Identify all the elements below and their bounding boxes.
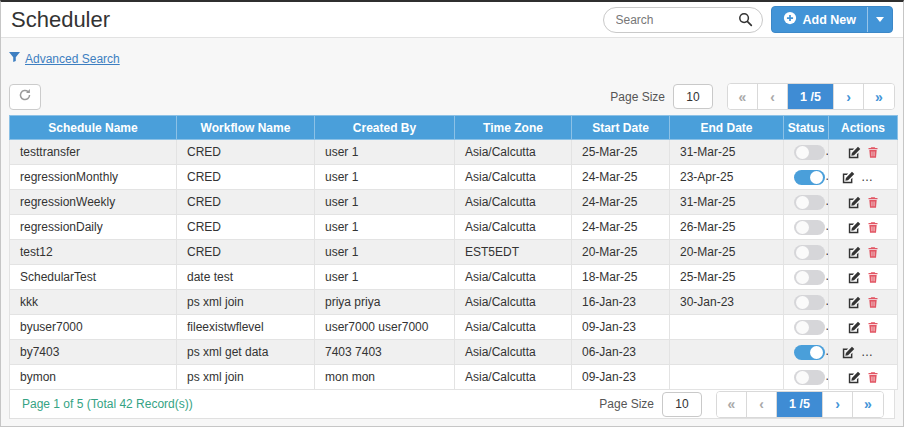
workflow-name-cell: CRED xyxy=(177,165,315,190)
edit-icon[interactable] xyxy=(848,296,861,309)
table-row[interactable]: kkk ps xml join priya priya Asia/Calcutt… xyxy=(10,290,898,315)
edit-icon[interactable] xyxy=(848,196,861,209)
status-cell xyxy=(784,365,829,390)
time-zone-cell: Asia/Calcutta xyxy=(455,340,572,365)
refresh-button[interactable] xyxy=(9,84,41,110)
status-toggle[interactable] xyxy=(794,220,825,235)
actions-cell xyxy=(829,240,898,265)
caret-down-icon xyxy=(876,17,884,22)
add-new-button[interactable]: Add New xyxy=(772,7,867,32)
status-cell xyxy=(784,240,829,265)
schedule-name-cell: byuser7000 xyxy=(10,315,177,340)
time-zone-cell: Asia/Calcutta xyxy=(455,140,572,165)
scheduler-page: Scheduler Add New Advanced Se xyxy=(0,0,904,427)
status-toggle[interactable] xyxy=(794,245,825,260)
trash-icon[interactable] xyxy=(867,196,879,209)
time-zone-cell: Asia/Calcutta xyxy=(455,265,572,290)
trash-icon[interactable] xyxy=(867,271,879,284)
last-page-button[interactable]: » xyxy=(864,84,894,109)
col-time-zone[interactable]: Time Zone xyxy=(455,116,572,140)
actions-cell xyxy=(829,190,898,215)
edit-icon[interactable] xyxy=(848,371,861,384)
status-toggle[interactable] xyxy=(794,295,825,310)
status-toggle[interactable] xyxy=(794,170,825,185)
col-start-date[interactable]: Start Date xyxy=(572,116,670,140)
calendar-icon[interactable] xyxy=(879,171,892,184)
trash-icon[interactable] xyxy=(867,146,879,159)
prev-page-button[interactable]: ‹ xyxy=(747,392,777,417)
edit-icon[interactable] xyxy=(842,346,855,359)
time-zone-cell: Asia/Calcutta xyxy=(455,315,572,340)
table-row[interactable]: bymon ps xml join mon mon Asia/Calcutta … xyxy=(10,365,898,390)
current-page-indicator[interactable]: 1 /5 xyxy=(788,84,834,109)
content-area: Advanced Search Page Size « ‹ 1 /5 › » xyxy=(1,38,903,419)
col-status[interactable]: Status xyxy=(784,116,829,140)
edit-icon[interactable] xyxy=(848,246,861,259)
table-row[interactable]: regressionWeekly CRED user 1 Asia/Calcut… xyxy=(10,190,898,215)
created-by-cell: 7403 7403 xyxy=(315,340,455,365)
status-toggle[interactable] xyxy=(794,145,825,160)
next-page-button[interactable]: › xyxy=(823,392,853,417)
search-wrap xyxy=(603,7,763,33)
calendar-icon[interactable] xyxy=(879,346,892,359)
schedule-name-cell: regressionDaily xyxy=(10,215,177,240)
search-icon[interactable] xyxy=(738,12,753,27)
first-page-button[interactable]: « xyxy=(717,392,747,417)
table-row[interactable]: testtransfer CRED user 1 Asia/Calcutta 2… xyxy=(10,140,898,165)
page-size-input[interactable] xyxy=(673,84,713,109)
status-cell xyxy=(784,190,829,215)
table-body: testtransfer CRED user 1 Asia/Calcutta 2… xyxy=(10,140,898,390)
actions-cell xyxy=(829,265,898,290)
page-size-input[interactable] xyxy=(662,392,702,417)
table-row[interactable]: test12 CRED user 1 EST5EDT 20-Mar-25 20-… xyxy=(10,240,898,265)
end-date-cell xyxy=(670,340,784,365)
status-toggle[interactable] xyxy=(794,370,825,385)
table-row[interactable]: byuser7000 fileexistwflevel user7000 use… xyxy=(10,315,898,340)
col-workflow-name[interactable]: Workflow Name xyxy=(177,116,315,140)
status-toggle[interactable] xyxy=(794,345,825,360)
time-zone-cell: Asia/Calcutta xyxy=(455,215,572,240)
col-end-date[interactable]: End Date xyxy=(670,116,784,140)
start-date-cell: 24-Mar-25 xyxy=(572,215,670,240)
status-toggle[interactable] xyxy=(794,195,825,210)
table-row[interactable]: SchedularTest date test user 1 Asia/Calc… xyxy=(10,265,898,290)
start-date-cell: 25-Mar-25 xyxy=(572,140,670,165)
top-pager-zone: Page Size « ‹ 1 /5 › » xyxy=(610,83,895,110)
table-row[interactable]: regressionDaily CRED user 1 Asia/Calcutt… xyxy=(10,215,898,240)
actions-cell xyxy=(829,165,898,190)
col-created-by[interactable]: Created By xyxy=(315,116,455,140)
edit-icon[interactable] xyxy=(842,171,855,184)
trash-icon[interactable] xyxy=(867,321,879,334)
created-by-cell: priya priya xyxy=(315,290,455,315)
trash-icon[interactable] xyxy=(867,371,879,384)
col-schedule-name[interactable]: Schedule Name xyxy=(10,116,177,140)
created-by-cell: user7000 user7000 xyxy=(315,315,455,340)
prev-page-button[interactable]: ‹ xyxy=(758,84,788,109)
schedule-name-cell: regressionWeekly xyxy=(10,190,177,215)
trash-icon[interactable] xyxy=(867,246,879,259)
edit-icon[interactable] xyxy=(848,271,861,284)
edit-icon[interactable] xyxy=(848,221,861,234)
col-actions[interactable]: Actions xyxy=(829,116,898,140)
last-page-button[interactable]: » xyxy=(853,392,883,417)
add-new-dropdown-button[interactable] xyxy=(867,7,892,32)
start-date-cell: 24-Mar-25 xyxy=(572,190,670,215)
start-date-cell: 20-Mar-25 xyxy=(572,240,670,265)
page-size-label: Page Size xyxy=(610,90,665,104)
status-toggle[interactable] xyxy=(794,320,825,335)
trash-icon[interactable] xyxy=(867,296,879,309)
table-row[interactable]: by7403 ps xml get data 7403 7403 Asia/Ca… xyxy=(10,340,898,365)
edit-icon[interactable] xyxy=(848,321,861,334)
end-date-cell: 31-Mar-25 xyxy=(670,190,784,215)
workflow-name-cell: ps xml join xyxy=(177,365,315,390)
advanced-search-link[interactable]: Advanced Search xyxy=(9,52,120,66)
schedule-name-cell: SchedularTest xyxy=(10,265,177,290)
current-page-indicator[interactable]: 1 /5 xyxy=(777,392,823,417)
table-header-row: Schedule Name Workflow Name Created By T… xyxy=(10,116,898,140)
edit-icon[interactable] xyxy=(848,146,861,159)
status-toggle[interactable] xyxy=(794,270,825,285)
table-row[interactable]: regressionMonthly CRED user 1 Asia/Calcu… xyxy=(10,165,898,190)
trash-icon[interactable] xyxy=(867,221,879,234)
first-page-button[interactable]: « xyxy=(728,84,758,109)
next-page-button[interactable]: › xyxy=(834,84,864,109)
